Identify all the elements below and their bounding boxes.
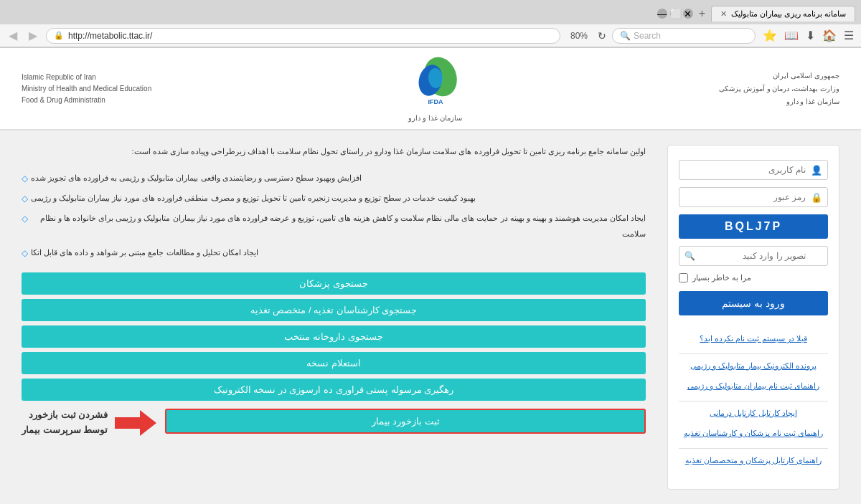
register-feedback-button[interactable]: ثبت بازخورد بیمار — [165, 409, 646, 434]
arrow-annotation: فشردن ثبت بازخورد توسط سرپرست بیمار — [22, 408, 158, 438]
security-icon: 🔒 — [54, 31, 64, 40]
page-content: Islamic Republic of Iran Ministry of Hea… — [0, 48, 861, 504]
org-line1: Islamic Republic of Iran — [22, 72, 151, 83]
red-arrow-icon — [115, 409, 158, 437]
bullet-3: ایجاد امکان مدیریت هوشمند و بهینه و بهین… — [22, 210, 646, 242]
doctor-register-link[interactable]: راهنمای ثبت نام پزشکان و کارشناسان تغذیه — [679, 427, 828, 439]
logo-text: سازمان غذا و دارو — [408, 114, 461, 122]
create-desk-link[interactable]: ایجاد کارتابل کارتابل درمانی — [679, 407, 828, 419]
metabolic-record-link[interactable]: پرونده الکترونیک بیمار متابولیک و رژیمی — [679, 360, 828, 372]
bullet-diamond-2: ◇ — [22, 190, 28, 207]
svg-marker-4 — [115, 410, 156, 436]
header-logo: IFDA سازمان غذا و دارو — [403, 55, 468, 122]
bullet-text-1: افزایش وبهبود سطح دسترسی و رضایتمندی واق… — [31, 170, 362, 186]
bullet-text-2: بهبود کیفیت خدمات در سطح توزیع و مدیریت … — [31, 190, 476, 206]
password-input[interactable] — [679, 187, 828, 207]
browser-chrome: سامانه برنامه ریزی بیماران متابولیک ✕ + … — [0, 0, 861, 48]
register-feedback-row: ثبت بازخورد بیمار فشردن ثبت بازخورد توسط… — [22, 405, 646, 438]
login-panel: 👤 🔒 BQLJ7P 🔍 مرا به خاطر بسپار ورود به س… — [667, 145, 839, 490]
new-tab-button[interactable]: + — [693, 7, 711, 20]
reader-icon[interactable]: 📖 — [783, 27, 800, 44]
description-intro: اولین سامانه جامع برنامه ریزی تامین تا ت… — [22, 145, 646, 159]
remember-label: مرا به خاطر بسپار — [692, 273, 751, 282]
captcha-input-group: 🔍 — [679, 246, 828, 266]
divider-1 — [679, 353, 828, 354]
username-group: 👤 — [679, 160, 828, 180]
back-button[interactable]: ◀ — [6, 27, 20, 44]
browser-search-box[interactable]: 🔍 Search — [612, 28, 756, 44]
search-pharmacy-button[interactable]: جستجوی داروخانه منتخب — [22, 325, 646, 348]
bullet-text-3: ایجاد امکان مدیریت هوشمند و بهینه و بهین… — [31, 210, 646, 242]
ir-line1: جمهوری اسلامی ایران — [719, 70, 839, 82]
search-placeholder: Search — [634, 31, 661, 41]
links-section: قبلا در سیستم ثبت نام نکرده اید؟ پرونده … — [679, 325, 828, 466]
close-button[interactable]: ✕ — [683, 9, 693, 19]
org-line2: Ministry of Health and Medical Education — [22, 83, 151, 95]
bullet-text-4: ایجاد امکان تحلیل و مطالعات جامع مبتنی ب… — [31, 244, 258, 260]
home-icon[interactable]: 🏠 — [821, 27, 838, 44]
ir-line3: سازمان غذا و دارو — [719, 95, 839, 108]
tab-close-btn[interactable]: ✕ — [720, 9, 727, 19]
remember-checkbox[interactable] — [679, 273, 688, 282]
bullet-diamond-1: ◇ — [22, 170, 28, 187]
active-tab[interactable]: سامانه برنامه ریزی بیماران متابولیک ✕ — [711, 6, 855, 22]
header-right-text: جمهوری اسلامی ایران وزارت بهداشت، درمان … — [719, 70, 839, 108]
header-banner: Islamic Republic of Iran Ministry of Hea… — [0, 48, 861, 130]
register-link[interactable]: قبلا در سیستم ثبت نام نکرده اید؟ — [679, 333, 828, 345]
toolbar-icons: ⭐ 📖 ⬇ 🏠 ☰ — [761, 27, 855, 44]
header-left-text: Islamic Republic of Iran Ministry of Hea… — [22, 72, 151, 106]
bullet-1: افزایش وبهبود سطح دسترسی و رضایتمندی واق… — [22, 170, 646, 187]
tracking-button[interactable]: رهگیری مرسوله پستی فراوری ده ارسوزی در ن… — [22, 379, 646, 401]
search-doctors-button[interactable]: جستجوی پزشکان — [22, 272, 646, 295]
refresh-button[interactable]: ↻ — [598, 30, 606, 42]
password-group: 🔒 — [679, 187, 828, 207]
svg-text:IFDA: IFDA — [428, 98, 443, 105]
search-nutritionists-button[interactable]: جستجوی کارشناسان تغذیه / متخصص تغذیه — [22, 299, 646, 321]
lock-icon: 🔒 — [811, 192, 822, 203]
tab-bar: سامانه برنامه ریزی بیماران متابولیک ✕ + … — [0, 0, 861, 24]
action-buttons: جستجوی پزشکان جستجوی کارشناسان تغذیه / م… — [22, 272, 646, 438]
window-controls: — ⬜ ✕ — [657, 9, 693, 19]
address-bar: ◀ ▶ 🔒 http://metabolic.ttac.ir/ 80% ↻ 🔍 … — [0, 24, 861, 47]
tab-title: سامانه برنامه ریزی بیماران متابولیک — [731, 9, 846, 19]
url-text: http://metabolic.ttac.ir/ — [68, 31, 152, 41]
doctor-desk-guide-link[interactable]: راهنمای کارتابل پزشکان و متخصصان تغذیه — [679, 455, 828, 467]
url-bar[interactable]: 🔒 http://metabolic.ttac.ir/ — [46, 28, 560, 44]
bullet-diamond-4: ◇ — [22, 244, 28, 262]
username-input[interactable] — [679, 160, 828, 180]
forward-button[interactable]: ▶ — [26, 27, 40, 44]
user-icon: 👤 — [811, 165, 822, 176]
description-bullets: افزایش وبهبود سطح دسترسی و رضایتمندی واق… — [22, 170, 646, 262]
download-icon[interactable]: ⬇ — [804, 27, 817, 44]
zoom-level: 80% — [566, 31, 592, 41]
minimize-button[interactable]: — — [657, 9, 667, 19]
login-button[interactable]: ورود به سیستم — [679, 291, 828, 315]
captcha-input[interactable] — [679, 246, 828, 266]
remember-me-group: مرا به خاطر بسپار — [679, 273, 828, 282]
captcha-search-icon: 🔍 — [684, 251, 695, 261]
search-icon: 🔍 — [620, 31, 631, 41]
divider-2 — [679, 401, 828, 401]
annotation-text: فشردن ثبت بازخورد توسط سرپرست بیمار — [22, 408, 108, 438]
patient-guide-link[interactable]: راهنمای ثبت نام بیماران متابولیک و رژیمی — [679, 380, 828, 392]
description-panel: اولین سامانه جامع برنامه ریزی تامین تا ت… — [22, 145, 646, 490]
menu-icon[interactable]: ☰ — [842, 27, 855, 44]
bullet-2: بهبود کیفیت خدمات در سطح توزیع و مدیریت … — [22, 190, 646, 207]
ir-line2: وزارت بهداشت، درمان و آموزش پزشکی — [719, 82, 839, 95]
inquiry-prescription-button[interactable]: استعلام نسخه — [22, 352, 646, 374]
bullet-diamond-3: ◇ — [22, 210, 28, 227]
ifda-logo-svg: IFDA — [403, 55, 468, 113]
captcha-display: BQLJ7P — [679, 214, 828, 239]
bullet-4: ایجاد امکان تحلیل و مطالعات جامع مبتنی ب… — [22, 244, 646, 262]
org-line3: Food & Drug Administratin — [22, 95, 151, 106]
main-area: اولین سامانه جامع برنامه ریزی تامین تا ت… — [0, 130, 861, 504]
maximize-button[interactable]: ⬜ — [670, 9, 680, 19]
divider-3 — [679, 448, 828, 449]
bookmarks-icon[interactable]: ⭐ — [761, 27, 778, 44]
